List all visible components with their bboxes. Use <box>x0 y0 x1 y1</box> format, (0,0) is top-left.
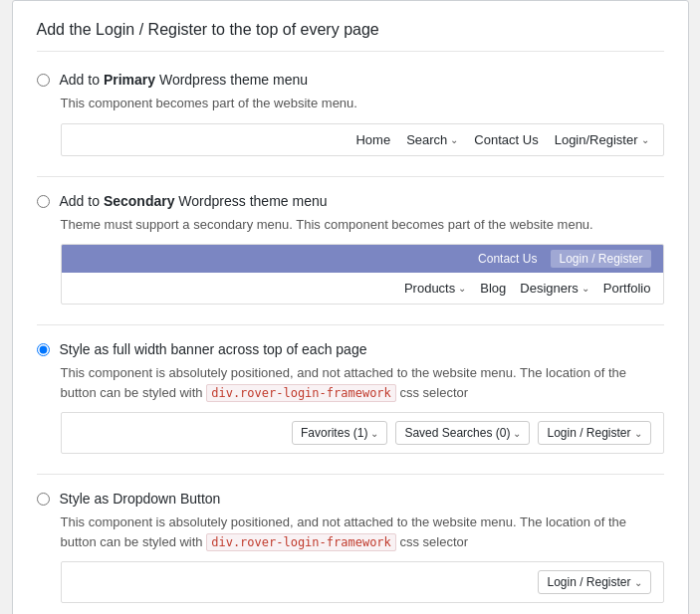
secondary-contact-us: Contact Us <box>478 252 537 266</box>
secondary-designers: Designers ⌄ <box>520 281 589 296</box>
radio-primary[interactable] <box>37 74 50 87</box>
option-primary-label[interactable]: Add to Primary Wordpress theme menu <box>60 72 309 88</box>
option-secondary: Add to Secondary Wordpress theme menu Th… <box>37 193 664 306</box>
banner-preview: Favorites (1) ⌄ Saved Searches (0) ⌄ Log… <box>61 412 664 454</box>
option-banner-desc: This component is absolutely positioned,… <box>61 363 664 402</box>
option-primary-desc: This component becomes part of the websi… <box>61 94 664 113</box>
menu-item-contact: Contact Us <box>474 132 538 147</box>
banner-code-selector: div.rover-login-framework <box>206 384 396 402</box>
menu-item-login-register: Login/Register ⌄ <box>555 132 649 147</box>
designers-chevron-icon: ⌄ <box>582 283 589 294</box>
menu-item-search: Search ⌄ <box>406 132 458 147</box>
settings-card: Add the Login / Register to the top of e… <box>12 0 689 614</box>
radio-banner[interactable] <box>37 343 50 356</box>
option-dropdown-label[interactable]: Style as Dropdown Button <box>60 491 221 507</box>
login-register-chevron-icon: ⌄ <box>641 134 649 145</box>
dropdown-preview: Login / Register ⌄ <box>61 561 664 603</box>
dropdown-login-chevron-icon: ⌄ <box>634 577 642 588</box>
radio-dropdown[interactable] <box>37 493 50 506</box>
login-register-button[interactable]: Login / Register ⌄ <box>538 421 650 445</box>
secondary-bottom-bar: Products ⌄ Blog Designers ⌄ Portfolio <box>62 273 663 304</box>
secondary-top-bar: Contact Us Login / Register <box>62 245 663 273</box>
option-dropdown: Style as Dropdown Button This component … <box>37 491 664 603</box>
menu-item-search-label: Search <box>406 132 447 147</box>
card-title: Add the Login / Register to the top of e… <box>37 21 664 52</box>
search-chevron-icon: ⌄ <box>450 134 458 145</box>
secondary-blog: Blog <box>480 281 506 296</box>
option-secondary-label[interactable]: Add to Secondary Wordpress theme menu <box>60 193 328 209</box>
favorites-button[interactable]: Favorites (1) ⌄ <box>292 421 387 445</box>
option-banner-label[interactable]: Style as full width banner across top of… <box>60 341 367 357</box>
secondary-login-register: Login / Register <box>551 250 650 268</box>
secondary-menu-preview: Contact Us Login / Register Products ⌄ B… <box>61 244 664 305</box>
option-dropdown-desc: This component is absolutely positioned,… <box>61 512 664 551</box>
option-primary: Add to Primary Wordpress theme menu This… <box>37 72 664 156</box>
radio-secondary[interactable] <box>37 195 50 208</box>
primary-menu-preview: Home Search ⌄ Contact Us Login/Register … <box>61 123 664 156</box>
dropdown-code-selector: div.rover-login-framework <box>206 533 396 551</box>
secondary-products: Products ⌄ <box>404 281 466 296</box>
menu-item-home: Home <box>355 132 390 147</box>
secondary-portfolio: Portfolio <box>603 281 651 296</box>
saved-searches-button[interactable]: Saved Searches (0) ⌄ <box>395 421 530 445</box>
favorites-chevron-icon: ⌄ <box>370 428 378 439</box>
option-secondary-desc: Theme must support a secondary menu. Thi… <box>61 215 664 235</box>
login-register-banner-chevron-icon: ⌄ <box>634 428 642 439</box>
option-banner: Style as full width banner across top of… <box>37 341 664 454</box>
login-register-label: Login/Register <box>555 132 638 147</box>
products-chevron-icon: ⌄ <box>458 283 466 294</box>
saved-searches-chevron-icon: ⌄ <box>513 428 521 439</box>
dropdown-login-register-button[interactable]: Login / Register ⌄ <box>538 570 650 594</box>
